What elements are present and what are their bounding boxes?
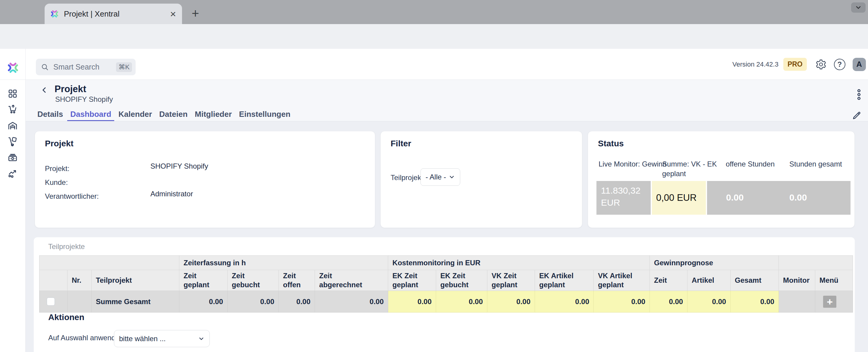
field-value-projekt: SHOPIFY Shopify bbox=[150, 162, 208, 170]
status-value-offene-stunden: 0.00 bbox=[726, 192, 744, 203]
col-ek-zeit-geplant: EK Zeit geplant bbox=[388, 270, 436, 291]
chart-trend-icon[interactable] bbox=[7, 168, 18, 179]
warehouse-icon[interactable] bbox=[7, 120, 18, 131]
status-card-title: Status bbox=[598, 139, 624, 148]
browser-tab[interactable]: Projekt | Xentral × bbox=[44, 4, 182, 24]
group-kostenmonitoring: Kostenmonitoring in EUR bbox=[388, 256, 650, 270]
tab-mitglieder[interactable]: Mitglieder bbox=[192, 107, 235, 121]
add-button[interactable]: + bbox=[823, 296, 836, 308]
projekt-card: Projekt Projekt: SHOPIFY Shopify Kunde: … bbox=[35, 131, 375, 228]
monitor-cell bbox=[779, 291, 815, 313]
browser-tab-title: Projekt | Xentral bbox=[64, 9, 170, 19]
hand-truck-icon[interactable] bbox=[7, 136, 18, 147]
header-kebab-menu-icon[interactable] bbox=[854, 88, 864, 101]
aktionen-title: Aktionen bbox=[48, 313, 84, 322]
browser-tab-strip: Projekt | Xentral × + bbox=[0, 0, 868, 24]
zeit-abgerechnet-value: 0.00 bbox=[315, 291, 388, 313]
plan-badge: PRO bbox=[783, 58, 807, 71]
status-value-live-monitor: 11.830,32 EUR bbox=[596, 181, 651, 215]
prognose-artikel-value: 0.00 bbox=[687, 291, 731, 313]
group-gewinnprognose: Gewinnprognose bbox=[650, 256, 779, 270]
ek-zeit-geplant-value: 0.00 bbox=[388, 291, 436, 313]
zeit-geplant-value: 0.00 bbox=[179, 291, 227, 313]
back-chevron-icon[interactable] bbox=[40, 85, 49, 95]
teilprojekte-section-label: Teilprojekte bbox=[48, 242, 85, 251]
filter-card-title: Filter bbox=[391, 139, 411, 148]
page-tabs: Details Dashboard Kalender Dateien Mitgl… bbox=[34, 107, 295, 121]
help-icon[interactable]: ? bbox=[834, 59, 845, 70]
tab-details[interactable]: Details bbox=[34, 107, 66, 121]
group-empty bbox=[39, 256, 179, 270]
col-ek-zeit-gebucht: EK Zeit gebucht bbox=[436, 270, 487, 291]
filter-card: Filter Teilprojekt: - Alle - bbox=[380, 131, 582, 228]
search-icon bbox=[41, 63, 49, 71]
cart-up-icon[interactable] bbox=[7, 104, 18, 115]
tab-kalender[interactable]: Kalender bbox=[116, 107, 155, 121]
table-header-row: Nr. Teilprojekt Zeit geplant Zeit gebuch… bbox=[39, 270, 853, 291]
field-label-verantwortlicher: Verantwortlicher: bbox=[45, 192, 99, 201]
col-checkbox bbox=[39, 270, 67, 291]
tab-list-chevron-button[interactable] bbox=[851, 2, 866, 13]
col-prognose-zeit: Zeit bbox=[650, 270, 687, 291]
vk-artikel-geplant-value: 0.00 bbox=[594, 291, 650, 313]
tab-dateien[interactable]: Dateien bbox=[156, 107, 190, 121]
col-zeit-offen: Zeit offen bbox=[279, 270, 315, 291]
tab-close-icon[interactable]: × bbox=[170, 9, 176, 19]
table-summary-row: Summe Gesamt 0.00 0.00 0.00 0.00 0.00 0.… bbox=[39, 291, 853, 313]
status-value-stunden-gesamt: 0.00 bbox=[789, 192, 807, 203]
status-label-live-monitor: Live Monitor: Gewinn bbox=[598, 159, 666, 169]
col-zeit-gebucht: Zeit gebucht bbox=[227, 270, 279, 291]
tab-dashboard[interactable]: Dashboard bbox=[67, 107, 114, 121]
edit-pencil-icon[interactable] bbox=[852, 110, 862, 120]
projekt-card-title: Projekt bbox=[45, 139, 73, 148]
col-prognose-gesamt: Gesamt bbox=[731, 270, 779, 291]
col-teilprojekt: Teilprojekt bbox=[92, 270, 179, 291]
user-avatar[interactable]: A bbox=[852, 58, 866, 71]
zeit-gebucht-value: 0.00 bbox=[227, 291, 279, 313]
version-label: Version 24.42.3 bbox=[733, 61, 778, 68]
apps-grid-icon[interactable] bbox=[7, 88, 18, 99]
banknote-icon[interactable] bbox=[7, 152, 18, 163]
page-title: Projekt bbox=[55, 84, 86, 95]
teilprojekte-table: Zeiterfassung in h Kostenmonitoring in E… bbox=[39, 255, 853, 313]
search-shortcut-badge: ⌘K bbox=[116, 62, 132, 72]
settings-gear-icon[interactable] bbox=[815, 59, 827, 70]
new-tab-button[interactable]: + bbox=[192, 7, 199, 20]
xentral-logo-icon[interactable] bbox=[7, 62, 19, 74]
xentral-favicon-icon bbox=[50, 9, 59, 19]
status-label-offene-stunden: offene Stunden bbox=[726, 159, 775, 169]
status-label-stunden-gesamt: Stunden gesamt bbox=[789, 159, 842, 169]
col-menu: Menü bbox=[815, 270, 853, 291]
page-subtitle: SHOPIFY Shopify bbox=[55, 95, 113, 104]
status-value-stunden-block: 0.00 0.00 bbox=[707, 181, 850, 215]
teilprojekt-filter-value: - Alle - bbox=[426, 173, 446, 181]
zeit-offen-value: 0.00 bbox=[279, 291, 315, 313]
row-name-cell: Summe Gesamt bbox=[92, 291, 179, 313]
teilprojekt-filter-label: Teilprojekt: bbox=[391, 173, 425, 182]
apply-select-value: bitte wählen ... bbox=[119, 335, 166, 343]
group-empty-right bbox=[779, 256, 853, 270]
tab-einstellungen[interactable]: Einstellungen bbox=[236, 107, 293, 121]
apply-action-select[interactable]: bitte wählen ... bbox=[114, 330, 210, 347]
sidebar bbox=[0, 80, 25, 352]
col-zeit-abgerechnet: Zeit abgerechnet bbox=[315, 270, 388, 291]
search-input[interactable] bbox=[53, 62, 116, 72]
menu-cell: + bbox=[815, 291, 853, 313]
prognose-zeit-value: 0.00 bbox=[650, 291, 687, 313]
table-group-header-row: Zeiterfassung in h Kostenmonitoring in E… bbox=[39, 256, 853, 270]
teilprojekt-filter-select[interactable]: - Alle - bbox=[421, 168, 460, 186]
vk-zeit-geplant-value: 0.00 bbox=[487, 291, 535, 313]
row-checkbox[interactable] bbox=[47, 297, 55, 306]
col-prognose-artikel: Artikel bbox=[687, 270, 731, 291]
smart-search-box[interactable]: ⌘K bbox=[36, 59, 135, 75]
group-zeiterfassung: Zeiterfassung in h bbox=[179, 256, 388, 270]
header-divider bbox=[26, 121, 868, 121]
ek-artikel-geplant-value: 0.00 bbox=[535, 291, 594, 313]
row-nr-cell bbox=[67, 291, 92, 313]
browser-toolbar: .xentral.biz /app/x1?module=projekt&acti… bbox=[0, 24, 868, 49]
row-checkbox-cell bbox=[39, 291, 67, 313]
chevron-down-icon bbox=[198, 336, 205, 342]
col-ek-artikel-geplant: EK Artikel geplant bbox=[535, 270, 594, 291]
col-monitor: Monitor bbox=[779, 270, 815, 291]
col-zeit-geplant: Zeit geplant bbox=[179, 270, 227, 291]
